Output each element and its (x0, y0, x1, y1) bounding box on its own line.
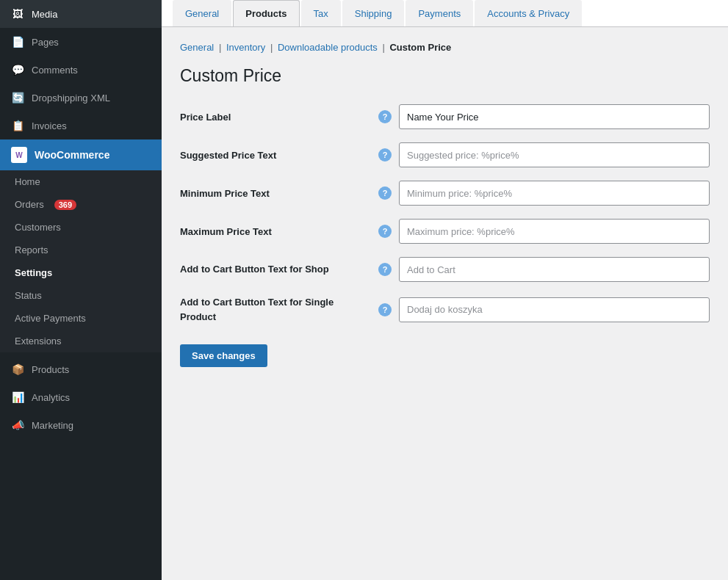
maximum-price-label: Maximum Price Text (180, 226, 371, 237)
sidebar-item-invoices[interactable]: 📋 Invoices (0, 112, 162, 139)
sidebar-item-comments[interactable]: 💬 Comments (0, 56, 162, 84)
breadcrumb-general[interactable]: General (180, 42, 214, 53)
settings-label: Settings (15, 267, 52, 278)
sidebar-item-orders[interactable]: Orders 369 (0, 193, 162, 216)
sidebar-item-products[interactable]: 📦 Products (0, 355, 162, 383)
sidebar-item-marketing[interactable]: 📣 Marketing (0, 411, 162, 439)
customers-label: Customers (15, 222, 61, 233)
add-to-cart-shop-input[interactable] (399, 257, 710, 282)
pages-icon: 📄 (11, 35, 24, 48)
maximum-price-help-icon[interactable]: ? (378, 225, 392, 238)
add-to-cart-shop-label: Add to Cart Button Text for Shop (180, 262, 371, 277)
sidebar-item-extensions[interactable]: Extensions (0, 330, 162, 352)
active-payments-label: Active Payments (15, 313, 86, 324)
suggested-price-label: Suggested Price Text (180, 150, 371, 161)
woocommerce-label: WooCommerce (35, 149, 109, 161)
extensions-label: Extensions (15, 336, 62, 347)
media-icon: 🖼 (11, 7, 24, 21)
analytics-label: Analytics (32, 392, 70, 403)
sidebar-item-pages[interactable]: 📄 Pages (0, 28, 162, 56)
tabs-bar: General Products Tax Shipping Payments A… (162, 0, 728, 27)
status-label: Status (15, 290, 42, 301)
maximum-price-input[interactable] (399, 219, 710, 244)
comments-icon: 💬 (11, 63, 24, 76)
minimum-price-help-icon[interactable]: ? (378, 186, 392, 200)
breadcrumb-inventory[interactable]: Inventory (226, 42, 265, 53)
suggested-price-text-row: Suggested Price Text ? (180, 142, 710, 167)
invoices-icon: 📋 (11, 119, 24, 132)
minimum-price-input[interactable] (399, 181, 710, 206)
page-title: Custom Price (180, 66, 710, 86)
sidebar-item-label: Media (32, 9, 57, 20)
sidebar-item-label: Comments (32, 65, 78, 76)
tab-general[interactable]: General (173, 0, 231, 26)
add-to-cart-single-input[interactable] (399, 297, 710, 322)
tab-payments[interactable]: Payments (406, 0, 473, 26)
home-label: Home (15, 176, 40, 187)
add-to-cart-shop-help-icon[interactable]: ? (378, 263, 392, 276)
breadcrumb-sep-1: | (219, 42, 224, 53)
sidebar-item-label: Dropshipping XML (32, 93, 110, 104)
add-to-cart-single-row: Add to Cart Button Text for Single Produ… (180, 295, 710, 324)
price-label-row: Price Label ? (180, 104, 710, 129)
breadcrumb-current: Custom Price (389, 42, 451, 53)
price-label-label: Price Label (180, 112, 371, 123)
sidebar-item-settings[interactable]: Settings (0, 261, 162, 284)
breadcrumb-sep-2: | (270, 42, 275, 53)
price-label-input[interactable] (399, 104, 710, 129)
dropshipping-icon: 🔄 (11, 91, 24, 104)
woo-logo: W (11, 147, 27, 163)
sidebar: 🖼 Media 📄 Pages 💬 Comments 🔄 Dropshippin… (0, 0, 162, 580)
suggested-price-input[interactable] (399, 142, 710, 167)
sidebar-item-label: Pages (32, 37, 59, 48)
reports-label: Reports (15, 244, 48, 255)
marketing-icon: 📣 (11, 418, 24, 432)
marketing-label: Marketing (32, 420, 73, 431)
content-area: General | Inventory | Downloadable produ… (162, 27, 728, 580)
tab-tax[interactable]: Tax (301, 0, 341, 26)
tab-products[interactable]: Products (233, 0, 299, 26)
suggested-price-help-icon[interactable]: ? (378, 148, 392, 162)
analytics-icon: 📊 (11, 391, 24, 404)
minimum-price-label: Minimum Price Text (180, 188, 371, 199)
add-to-cart-single-help-icon[interactable]: ? (378, 303, 392, 316)
products-icon: 📦 (11, 363, 24, 376)
tab-accounts-privacy[interactable]: Accounts & Privacy (475, 0, 582, 26)
woocommerce-submenu: Home Orders 369 Customers Reports Settin… (0, 170, 162, 352)
add-to-cart-shop-row: Add to Cart Button Text for Shop ? (180, 257, 710, 282)
breadcrumb: General | Inventory | Downloadable produ… (180, 42, 710, 53)
minimum-price-text-row: Minimum Price Text ? (180, 181, 710, 206)
sidebar-item-label: Invoices (32, 120, 67, 131)
sidebar-item-dropshipping[interactable]: 🔄 Dropshipping XML (0, 84, 162, 112)
sidebar-item-status[interactable]: Status (0, 284, 162, 307)
sidebar-item-home[interactable]: Home (0, 170, 162, 193)
sidebar-item-analytics[interactable]: 📊 Analytics (0, 383, 162, 411)
sidebar-item-media[interactable]: 🖼 Media (0, 0, 162, 28)
orders-label: Orders (15, 199, 44, 210)
tab-shipping[interactable]: Shipping (342, 0, 405, 26)
price-label-help-icon[interactable]: ? (378, 110, 392, 123)
sidebar-item-active-payments[interactable]: Active Payments (0, 307, 162, 330)
sidebar-item-customers[interactable]: Customers (0, 216, 162, 239)
woocommerce-header[interactable]: W WooCommerce (0, 139, 162, 170)
products-label: Products (32, 364, 69, 375)
main-content: General Products Tax Shipping Payments A… (162, 0, 728, 580)
save-button[interactable]: Save changes (180, 344, 267, 367)
orders-badge: 369 (54, 200, 76, 210)
breadcrumb-downloadable[interactable]: Downloadable products (278, 42, 378, 53)
sidebar-item-reports[interactable]: Reports (0, 239, 162, 261)
maximum-price-text-row: Maximum Price Text ? (180, 219, 710, 244)
breadcrumb-sep-3: | (382, 42, 387, 53)
add-to-cart-single-label: Add to Cart Button Text for Single Produ… (180, 295, 371, 324)
